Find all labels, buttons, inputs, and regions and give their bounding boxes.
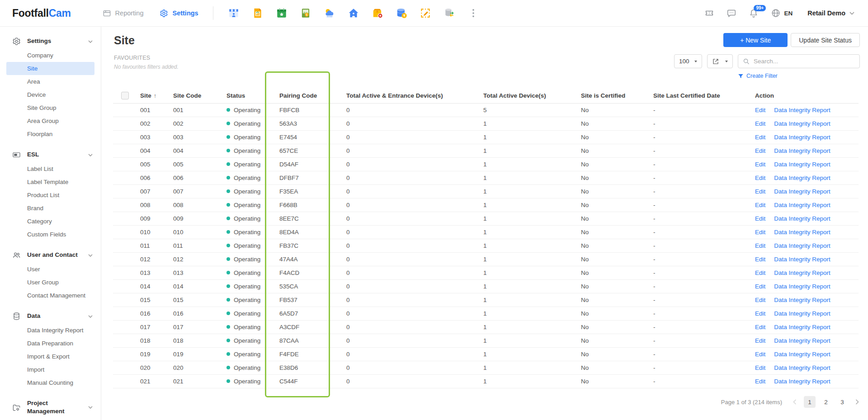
data-integrity-report-link[interactable]: Data Integrity Report [774, 269, 830, 276]
col-total-active[interactable]: Total Active Device(s) [483, 88, 581, 103]
edit-link[interactable]: Edit [755, 175, 765, 181]
sidebar-item-product-list[interactable]: Product List [0, 189, 101, 202]
table-row[interactable]: 015 015 Operating FB537 0 1 No - EditDat… [113, 293, 859, 307]
footfallcam-logo[interactable]: FootfallCam [12, 7, 71, 19]
col-site[interactable]: Site↑ [140, 88, 173, 103]
sidebar-item-site-group[interactable]: Site Group [0, 101, 101, 114]
table-row[interactable]: 004 004 Operating 657CE 0 1 No - EditDat… [113, 144, 859, 157]
table-row[interactable]: 014 014 Operating 535CA 0 1 No - EditDat… [113, 279, 859, 293]
col-pairing-code[interactable]: Pairing Code [279, 88, 346, 103]
chat-icon[interactable] [726, 8, 736, 18]
data-integrity-report-link[interactable]: Data Integrity Report [774, 188, 830, 195]
table-row[interactable]: 018 018 Operating 87CAA 0 1 No - EditDat… [113, 334, 859, 347]
report-icon[interactable] [252, 7, 264, 19]
sidebar-item-data-integrity-report[interactable]: Data Integrity Report [0, 324, 101, 337]
sidebar-item-user[interactable]: User [0, 263, 101, 276]
page-button-1[interactable]: 1 [804, 396, 816, 408]
nav-settings[interactable]: Settings [160, 9, 198, 18]
edit-link[interactable]: Edit [755, 202, 765, 208]
edit-link[interactable]: Edit [755, 242, 765, 249]
table-row[interactable]: 005 005 Operating D54AF 0 1 No - EditDat… [113, 157, 859, 171]
sidebar-section-header[interactable]: User and Contact [0, 248, 101, 263]
nav-reporting[interactable]: Reporting [103, 9, 144, 18]
page-button-2[interactable]: 2 [820, 396, 832, 408]
edit-link[interactable]: Edit [755, 283, 765, 290]
sidebar-section-header[interactable]: Project Management [0, 396, 101, 419]
sidebar-item-manual-counting[interactable]: Manual Counting [0, 376, 101, 389]
sidebar-item-import[interactable]: Import [0, 363, 101, 376]
table-row[interactable]: 003 003 Operating E7454 0 1 No - EditDat… [113, 130, 859, 144]
next-page-icon[interactable] [854, 399, 860, 405]
edit-link[interactable]: Edit [755, 364, 765, 371]
notifications-bell-icon[interactable]: 99+ [749, 8, 759, 18]
update-site-status-button[interactable]: Update Site Status [791, 33, 860, 47]
table-row[interactable]: 009 009 Operating 8EE7C 0 1 No - EditDat… [113, 212, 859, 225]
edit-link[interactable]: Edit [755, 324, 765, 330]
home-icon[interactable] [348, 7, 359, 19]
previous-page-icon[interactable] [792, 399, 797, 405]
sidebar-section-header[interactable]: Data [0, 309, 101, 324]
edit-link[interactable]: Edit [755, 351, 765, 358]
edit-link[interactable]: Edit [755, 215, 765, 222]
search-input[interactable] [754, 58, 855, 65]
edit-link[interactable]: Edit [755, 378, 765, 385]
data-integrity-report-link[interactable]: Data Integrity Report [774, 215, 830, 222]
data-transfer-icon[interactable] [443, 7, 455, 19]
data-integrity-report-link[interactable]: Data Integrity Report [774, 107, 830, 113]
table-row[interactable]: 017 017 Operating A3CDF 0 1 No - EditDat… [113, 320, 859, 334]
data-integrity-report-link[interactable]: Data Integrity Report [774, 242, 830, 249]
data-integrity-report-link[interactable]: Data Integrity Report [774, 161, 830, 168]
sidebar-item-company[interactable]: Company [0, 49, 101, 62]
data-integrity-report-link[interactable]: Data Integrity Report [774, 351, 830, 358]
weather-icon[interactable] [324, 7, 335, 19]
sidebar-item-import-export[interactable]: Import & Export [0, 350, 101, 363]
sidebar-item-data-preparation[interactable]: Data Preparation [0, 337, 101, 350]
edit-link[interactable]: Edit [755, 269, 765, 276]
database-filter-icon[interactable] [396, 7, 407, 19]
sidebar-section-header[interactable]: ESL [0, 147, 101, 162]
create-filter-link[interactable]: Create Filter [738, 73, 778, 79]
sidebar-item-label-list[interactable]: Label List [0, 162, 101, 175]
data-integrity-report-link[interactable]: Data Integrity Report [774, 324, 830, 330]
sidebar-item-contact-management[interactable]: Contact Management [0, 289, 101, 302]
edit-link[interactable]: Edit [755, 134, 765, 141]
edit-link[interactable]: Edit [755, 161, 765, 168]
sidebar-item-device[interactable]: Device [0, 88, 101, 101]
table-row[interactable]: 020 020 Operating E38D6 0 1 No - EditDat… [113, 361, 859, 374]
table-row[interactable]: 010 010 Operating 8ED4A 0 1 No - EditDat… [113, 225, 859, 239]
col-site-code[interactable]: Site Code [173, 88, 226, 103]
data-integrity-report-link[interactable]: Data Integrity Report [774, 134, 830, 141]
data-integrity-report-link[interactable]: Data Integrity Report [774, 175, 830, 181]
col-status[interactable]: Status [226, 88, 279, 103]
page-button-3[interactable]: 3 [836, 396, 848, 408]
edit-link[interactable]: Edit [755, 147, 765, 154]
data-integrity-report-link[interactable]: Data Integrity Report [774, 120, 830, 127]
sidebar-section-header[interactable]: Settings [0, 34, 101, 49]
finance-icon[interactable]: $ [300, 7, 311, 19]
data-integrity-report-link[interactable]: Data Integrity Report [774, 229, 830, 236]
data-integrity-report-link[interactable]: Data Integrity Report [774, 310, 830, 317]
edit-link[interactable]: Edit [755, 229, 765, 236]
sidebar-item-custom-fields[interactable]: Custom Fields [0, 228, 101, 241]
more-icon[interactable] [467, 7, 479, 19]
sidebar-item-label-template[interactable]: Label Template [0, 175, 101, 189]
data-integrity-report-link[interactable]: Data Integrity Report [774, 297, 830, 303]
edit-link[interactable]: Edit [755, 310, 765, 317]
edit-link[interactable]: Edit [755, 337, 765, 344]
package-icon[interactable] [372, 7, 383, 19]
sidebar-item-user-group[interactable]: User Group [0, 276, 101, 289]
floorplan-icon[interactable] [420, 7, 431, 19]
col-certified[interactable]: Site is Certified [581, 88, 653, 103]
sidebar-item-area-group[interactable]: Area Group [0, 114, 101, 127]
table-row[interactable]: 007 007 Operating F35EA 0 1 No - EditDat… [113, 184, 859, 198]
edit-link[interactable]: Edit [755, 188, 765, 195]
data-integrity-report-link[interactable]: Data Integrity Report [774, 256, 830, 263]
col-last-certified[interactable]: Site Last Certified Date [653, 88, 755, 103]
data-integrity-report-link[interactable]: Data Integrity Report [774, 283, 830, 290]
edit-link[interactable]: Edit [755, 107, 765, 113]
data-integrity-report-link[interactable]: Data Integrity Report [774, 202, 830, 208]
table-row[interactable]: 016 016 Operating 6A5D7 0 1 No - EditDat… [113, 307, 859, 320]
new-site-button[interactable]: + New Site [723, 33, 788, 47]
export-button[interactable] [707, 54, 733, 68]
table-row[interactable]: 012 012 Operating 47A4A 0 1 No - EditDat… [113, 252, 859, 266]
